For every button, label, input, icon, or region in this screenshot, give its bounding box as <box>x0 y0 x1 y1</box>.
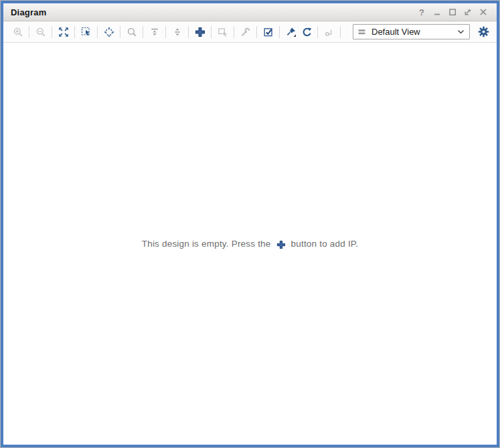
pin-button[interactable] <box>283 23 299 41</box>
window-body: Diagram ? <box>3 3 497 445</box>
add-ip-icon <box>195 27 205 37</box>
toolbar-separator <box>29 26 29 38</box>
window-title: Diagram <box>11 7 46 17</box>
window-controls: ? <box>416 7 489 17</box>
diagram-toolbar: Default View <box>3 21 497 43</box>
empty-design-message: This design is empty. Press the button t… <box>142 239 359 249</box>
settings-gear-button[interactable] <box>476 23 491 41</box>
expand-icon <box>172 27 183 37</box>
zoom-in-button <box>10 23 25 41</box>
toolbar-separator <box>234 26 234 38</box>
toolbar-separator <box>74 26 75 38</box>
zoom-fit-button[interactable] <box>56 23 71 41</box>
design-canvas[interactable]: This design is empty. Press the button t… <box>3 43 497 445</box>
zoom-to-selection-icon <box>81 27 92 37</box>
close-button[interactable] <box>478 7 489 17</box>
toolbar-separator <box>188 26 189 38</box>
minimize-button[interactable] <box>432 7 442 17</box>
regenerate-layout-button[interactable] <box>299 23 314 41</box>
box-pointer-icon <box>218 27 228 37</box>
zoom-out-icon <box>35 27 46 37</box>
toolbar-separator <box>340 26 341 38</box>
toolbar-separator <box>120 26 120 38</box>
customize-wrench-button <box>238 23 253 41</box>
view-selector-value: Default View <box>371 27 420 37</box>
toolbar-separator <box>52 26 52 38</box>
autofit-selection-button[interactable] <box>101 23 116 41</box>
search-button[interactable] <box>124 23 139 41</box>
zoom-to-selection-button[interactable] <box>78 23 94 41</box>
collapse-icon <box>149 27 160 37</box>
maximize-icon <box>448 8 456 16</box>
collapse-button[interactable] <box>147 23 162 41</box>
toolbar-separator <box>97 26 98 38</box>
expand-button[interactable] <box>169 23 185 41</box>
toolbar-separator <box>256 26 257 38</box>
optimize-routing-icon <box>324 27 335 37</box>
toolbar-separator <box>317 26 318 38</box>
zoom-out-button <box>33 23 48 41</box>
optimize-routing-button <box>321 23 337 41</box>
empty-message-before: This design is empty. Press the <box>142 239 271 249</box>
toolbar-separator <box>211 26 212 38</box>
toolbar-separator <box>143 26 143 38</box>
zoom-in-icon <box>13 27 23 37</box>
add-ip-plus-icon <box>276 240 286 249</box>
search-icon <box>127 27 137 37</box>
float-button[interactable] <box>463 7 473 17</box>
validate-design-icon <box>263 27 274 37</box>
wrench-icon <box>240 27 251 37</box>
close-icon <box>479 8 487 16</box>
toolbar-separator <box>165 26 166 38</box>
add-ip-button[interactable] <box>192 23 207 41</box>
autofit-selection-icon <box>104 27 114 37</box>
toolbar-separator <box>279 26 280 38</box>
box-pointer-button <box>215 23 230 41</box>
validate-design-button[interactable] <box>260 23 276 41</box>
chevron-down-icon <box>457 29 465 35</box>
title-bar: Diagram ? <box>3 3 497 21</box>
maximize-button[interactable] <box>447 7 458 17</box>
view-list-icon <box>357 27 367 37</box>
float-icon <box>464 8 472 16</box>
zoom-fit-icon <box>58 27 69 37</box>
regenerate-layout-icon <box>301 27 312 37</box>
minimize-icon <box>433 8 441 16</box>
help-button[interactable]: ? <box>416 7 427 17</box>
diagram-window: Diagram ? <box>0 0 500 448</box>
view-selector-dropdown[interactable]: Default View <box>353 24 470 39</box>
pin-icon <box>286 27 297 37</box>
empty-message-after: button to add IP. <box>291 239 359 249</box>
gear-icon <box>478 26 489 37</box>
